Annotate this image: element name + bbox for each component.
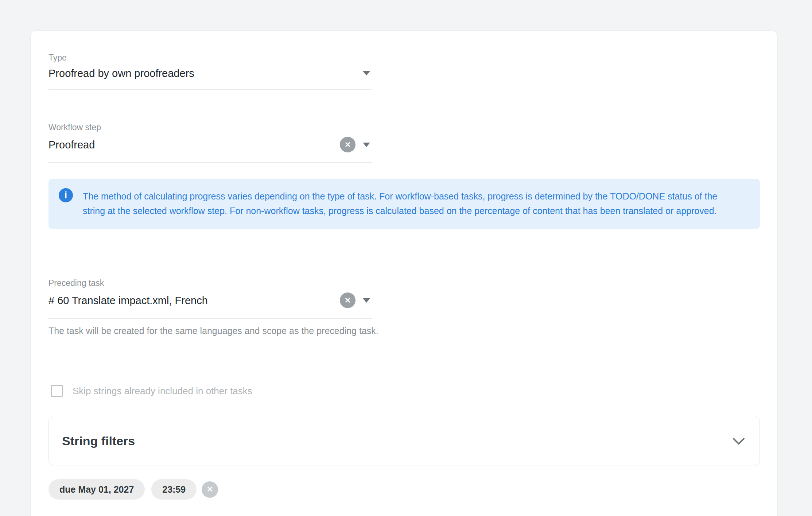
info-banner: i The method of calculating progress var… bbox=[48, 179, 760, 229]
dropdown-caret-icon[interactable] bbox=[363, 298, 370, 303]
type-select[interactable]: Proofread by own proofreaders bbox=[48, 67, 372, 90]
workflow-step-value: Proofread bbox=[48, 139, 340, 151]
type-label: Type bbox=[48, 53, 372, 63]
info-glyph: i bbox=[65, 191, 67, 200]
skip-strings-row: Skip strings already included in other t… bbox=[51, 385, 252, 397]
dropdown-caret-icon[interactable] bbox=[363, 71, 370, 75]
workflow-step-label: Workflow step bbox=[48, 123, 372, 132]
clear-glyph: ✕ bbox=[345, 141, 351, 148]
skip-strings-label: Skip strings already included in other t… bbox=[73, 385, 252, 397]
workflow-step-select[interactable]: Proofread ✕ bbox=[48, 137, 372, 163]
task-form-card: Type Proofread by own proofreaders Workf… bbox=[30, 30, 777, 516]
remove-due-date-icon[interactable]: ✕ bbox=[202, 481, 218, 498]
due-date-chip[interactable]: due May 01, 2027 bbox=[48, 479, 145, 500]
type-value: Proofread by own proofreaders bbox=[48, 67, 363, 79]
info-icon: i bbox=[59, 188, 73, 202]
skip-strings-checkbox[interactable] bbox=[51, 385, 63, 397]
preceding-task-field: Preceding task # 60 Translate impact.xml… bbox=[48, 278, 372, 319]
clear-icon[interactable]: ✕ bbox=[340, 292, 356, 308]
string-filters-title: String filters bbox=[62, 434, 733, 448]
type-field: Type Proofread by own proofreaders bbox=[48, 53, 372, 90]
due-time-chip[interactable]: 23:59 bbox=[151, 479, 197, 500]
due-date-chips-row: due May 01, 2027 23:59 ✕ bbox=[48, 479, 218, 500]
dropdown-caret-icon[interactable] bbox=[363, 143, 370, 147]
chip-remove-glyph: ✕ bbox=[207, 485, 213, 493]
clear-icon[interactable]: ✕ bbox=[340, 137, 356, 152]
preceding-task-value: # 60 Translate impact.xml, French bbox=[48, 294, 340, 307]
info-banner-text: The method of calculating progress varie… bbox=[83, 189, 741, 218]
chevron-down-icon[interactable] bbox=[733, 437, 745, 445]
preceding-task-select[interactable]: # 60 Translate impact.xml, French ✕ bbox=[48, 292, 372, 319]
preceding-task-helper-text: The task will be created for the same la… bbox=[48, 324, 378, 337]
clear-glyph: ✕ bbox=[345, 296, 351, 304]
preceding-task-label: Preceding task bbox=[48, 278, 372, 288]
workflow-step-field: Workflow step Proofread ✕ bbox=[48, 123, 372, 163]
string-filters-panel[interactable]: String filters bbox=[48, 417, 760, 465]
